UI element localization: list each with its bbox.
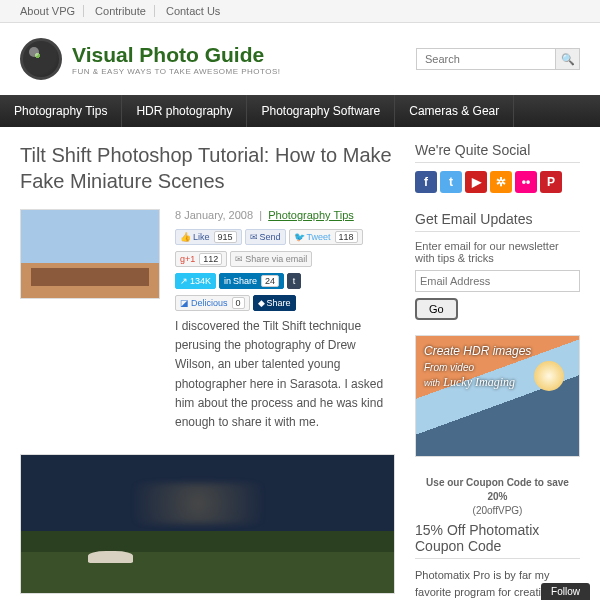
- flickr-icon[interactable]: ••: [515, 171, 537, 193]
- tumblr-button[interactable]: t: [287, 273, 301, 289]
- ad-text: Create HDR images From video with Lucky …: [424, 344, 531, 391]
- article-intro: I discovered the Tilt Shift technique pe…: [175, 317, 395, 432]
- sidebar-social-heading: We're Quite Social: [415, 142, 580, 163]
- article-meta: 8 January, 2008 | Photography Tips: [175, 209, 395, 221]
- promo-heading: 15% Off Photomatix Coupon Code: [415, 522, 580, 559]
- go-button[interactable]: Go: [415, 298, 458, 320]
- logo-title: Visual Photo Guide: [72, 43, 281, 67]
- diigo-share-button[interactable]: ◆ Share: [253, 295, 296, 311]
- nav-software[interactable]: Photography Software: [247, 95, 395, 127]
- article-image-beach[interactable]: [20, 454, 395, 594]
- category-link[interactable]: Photography Tips: [268, 209, 354, 221]
- topnav-contact[interactable]: Contact Us: [166, 5, 228, 17]
- ad-caption: Use our Coupon Code to save 20%(20offVPG…: [415, 472, 580, 522]
- facebook-icon[interactable]: f: [415, 171, 437, 193]
- delicious-button[interactable]: ◪ Delicious0: [175, 295, 250, 311]
- email-input[interactable]: [415, 270, 580, 292]
- ad-box[interactable]: Create HDR images From video with Lucky …: [415, 335, 580, 457]
- lens-icon: [20, 38, 62, 80]
- main-nav: Photography Tips HDR photography Photogr…: [0, 95, 600, 127]
- tweet-button[interactable]: 🐦 Tweet118: [289, 229, 363, 245]
- logo-subtitle: FUN & EASY WAYS TO TAKE AWESOME PHOTOS!: [72, 67, 281, 76]
- nav-tips[interactable]: Photography Tips: [0, 95, 122, 127]
- pinterest-icon[interactable]: P: [540, 171, 562, 193]
- follow-tab[interactable]: Follow: [541, 583, 590, 600]
- search-input[interactable]: [416, 48, 556, 70]
- gplus-button[interactable]: g+1 112: [175, 251, 227, 267]
- sidebar-email-heading: Get Email Updates: [415, 211, 580, 232]
- site-logo[interactable]: Visual Photo Guide FUN & EASY WAYS TO TA…: [20, 38, 281, 80]
- twitter-icon[interactable]: t: [440, 171, 462, 193]
- linkedin-button[interactable]: in Share 24: [219, 273, 284, 289]
- share-count-button[interactable]: ↗ 134K: [175, 273, 216, 289]
- search-form: 🔍: [416, 48, 580, 70]
- article-thumbnail[interactable]: [20, 209, 160, 299]
- topnav-contribute[interactable]: Contribute: [95, 5, 155, 17]
- fb-send-button[interactable]: ✉ Send: [245, 229, 286, 245]
- nav-gear[interactable]: Cameras & Gear: [395, 95, 514, 127]
- article-title: Tilt Shift Photoshop Tutorial: How to Ma…: [20, 142, 395, 194]
- topnav-about[interactable]: About VPG: [20, 5, 84, 17]
- search-button[interactable]: 🔍: [556, 48, 580, 70]
- nav-hdr[interactable]: HDR photography: [122, 95, 247, 127]
- email-share-button[interactable]: ✉ Share via email: [230, 251, 312, 267]
- fb-like-button[interactable]: 👍 Like915: [175, 229, 242, 245]
- email-lead: Enter email for our newsletter with tips…: [415, 240, 580, 264]
- rss-icon[interactable]: ✲: [490, 171, 512, 193]
- youtube-icon[interactable]: ▶: [465, 171, 487, 193]
